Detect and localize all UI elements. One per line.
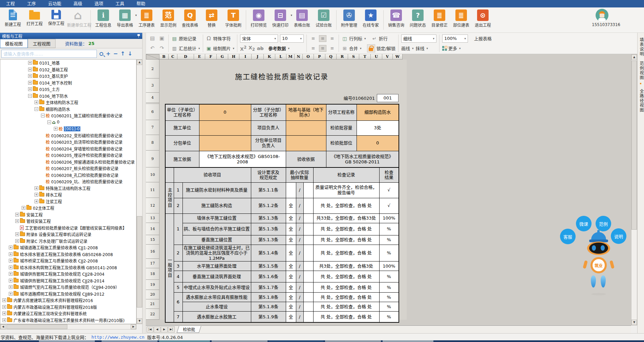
tree-expand-icon[interactable]: + <box>2 312 6 315</box>
column-header-P[interactable]: P <box>314 54 325 60</box>
tree-item[interactable]: 检01060203_后浇带检验批质量验收记录 <box>0 139 136 145</box>
project-info-button[interactable]: ℹ工程信息 <box>92 7 114 28</box>
assistant-robot[interactable]: 筑业 <box>582 230 616 298</box>
prev-sheet-button[interactable]: ◀ <box>154 326 160 333</box>
sidebar-splitter[interactable] <box>143 33 146 333</box>
column-header-R[interactable]: R <box>337 54 348 60</box>
row-header-2[interactable]: 2 <box>146 60 159 78</box>
column-header-B[interactable]: B <box>159 54 169 60</box>
side-tab-范例视图[interactable]: 范例视图 <box>639 61 644 80</box>
exit-project-button[interactable]: ⊙退出工程 <box>472 7 494 28</box>
row-header-17[interactable]: 17 <box>146 259 159 268</box>
tree-expand-icon[interactable]: + <box>2 318 6 322</box>
tree-item[interactable]: +02主体工程 <box>0 205 136 211</box>
tree-expand-icon[interactable]: + <box>9 252 13 256</box>
wrap-button[interactable]: ↵折行 <box>371 35 388 42</box>
merge-button[interactable]: ⊞合并▾ <box>342 45 362 51</box>
open-project-button[interactable]: 打开工程 <box>24 7 45 26</box>
column-header-J[interactable]: J <box>252 54 264 60</box>
tree-item[interactable]: +0102_基础工程 <box>0 66 136 73</box>
tree-item[interactable]: +内蒙古房屋建筑工程技术资料管理规程2016 <box>0 297 136 304</box>
scroll-right-icon[interactable]: ▶ <box>131 324 136 329</box>
ref-data-button[interactable]: 参考数据▾ <box>268 45 289 51</box>
copy-icon[interactable]: ▤ <box>149 35 156 42</box>
menu-item-高级[interactable]: 高级 <box>67 0 88 7</box>
tree-item[interactable]: +给水排水管道工程施工及验收表格 GB50268-2008 <box>0 251 136 258</box>
original-record-button[interactable]: ▤原始记录 <box>171 35 200 43</box>
tab-project-view[interactable]: 工程视图 <box>28 39 56 48</box>
info-cell[interactable] <box>286 135 326 151</box>
undo-icon[interactable]: ↶ <box>149 45 156 52</box>
replace-button[interactable]: ⇄替换 <box>201 7 222 28</box>
row-header-3[interactable]: 3 <box>146 78 159 93</box>
tree-expand-icon[interactable]: + <box>54 127 58 131</box>
tree-item[interactable]: x工艺管线检验批质量验收记录【跟管线安装工程同级表】 <box>0 225 136 231</box>
column-header-S[interactable]: S <box>348 54 359 60</box>
align-top-button[interactable]: ≡ <box>309 35 317 42</box>
zoom-select[interactable]: 100%▾ <box>442 35 468 43</box>
row-header-8[interactable]: 8 <box>146 135 159 151</box>
tree-item[interactable]: +检[001]-0 <box>0 126 136 132</box>
side-tab-填表说明[interactable]: 填表说明 <box>639 38 644 56</box>
last-sheet-button[interactable]: ▶| <box>168 326 175 333</box>
tree-expand-icon[interactable]: + <box>22 206 25 210</box>
info-cell[interactable]: 0 <box>199 104 251 120</box>
info-cell[interactable]: 地基与基础（地下 防水） <box>286 104 326 120</box>
print-preview-button[interactable]: ◉打印预览 <box>248 7 270 28</box>
scroll-left-icon[interactable]: ◀ <box>0 324 6 329</box>
draw-picture-button[interactable]: ▣绘制图片▾ <box>206 44 235 52</box>
side-tab-全路径视图[interactable]: 全路径视图 <box>639 89 644 113</box>
remove-icon[interactable]: − <box>113 51 117 56</box>
tree-expand-icon[interactable]: + <box>9 266 13 269</box>
first-sheet-button[interactable]: |◀ <box>147 326 153 333</box>
align-bottom-button[interactable]: ≡ <box>328 35 336 42</box>
catalog-fix-button[interactable]: ≣目录修正 <box>429 7 450 28</box>
row-header-20[interactable]: 20 <box>146 290 159 299</box>
sheet-tab[interactable]: 检验批 <box>177 326 201 333</box>
strikethrough-button[interactable]: ab <box>257 46 263 51</box>
column-header-I[interactable]: I <box>239 54 252 60</box>
redo-icon[interactable]: ↷ <box>158 45 166 52</box>
tree-item[interactable]: +0103_基坑支护 <box>0 73 136 79</box>
assistant-button-说明[interactable]: 说明 <box>611 228 626 244</box>
assistant-button-范例[interactable]: 范例 <box>596 216 611 231</box>
issue-status-button[interactable]: ?问题状态 <box>407 7 429 28</box>
row-header-12[interactable]: 12 <box>146 198 159 213</box>
row-col-mark-button[interactable]: ◫行列标▾ <box>342 35 366 42</box>
tree-item[interactable]: +给水排水构筑物工程施工及验收表格 GB50141-2008 <box>0 264 136 271</box>
tree-item[interactable]: +0104_地下水控制 <box>0 79 136 86</box>
show-sample-button[interactable]: 范显示范例 <box>157 7 179 28</box>
tab-template-view[interactable]: 模板视图 <box>0 39 28 48</box>
column-header-T[interactable]: T <box>359 54 371 60</box>
column-header-H[interactable]: H <box>228 54 239 60</box>
column-header-G[interactable]: G <box>217 54 228 60</box>
tree-item[interactable]: 检01060206_预留通道接头检验批质量验收记录 <box>0 159 136 165</box>
tree-expand-icon[interactable]: + <box>28 81 32 85</box>
tree-item[interactable]: +城市道路照明工程施工及验收规程 CJJ89-2012 <box>0 291 136 297</box>
column-header-M[interactable]: M <box>286 54 295 60</box>
tree-expand-icon[interactable]: − <box>41 114 45 117</box>
tree-expand-icon[interactable]: − <box>35 107 38 111</box>
tree-expand-icon[interactable]: + <box>2 305 6 309</box>
align-middle-button[interactable]: ≡ <box>319 35 326 42</box>
sheet-scroll-up-icon[interactable]: ▲ <box>631 54 637 60</box>
tree-item[interactable]: +城镇道路工程施工质量验收表格 CJJ1-2008 <box>0 244 136 251</box>
font-name-select[interactable]: 宋体▾ <box>240 35 278 43</box>
scroll-down-icon[interactable]: ▼ <box>137 318 142 324</box>
draw-line-button[interactable]: 画线▾ <box>401 45 414 51</box>
row-header-7[interactable]: 7 <box>146 120 159 135</box>
tree-item[interactable]: +附录B 设备安装工程单机试运转记录 <box>0 231 136 238</box>
tree-item[interactable]: +城镇供热管网工程施工及验收规范 CJJ28-2004 <box>0 271 136 277</box>
tree-item[interactable]: +城市桥梁工程施工与质量验收表 CJJ2-2008 <box>0 257 136 264</box>
menu-item-工序[interactable]: 工序 <box>21 0 42 7</box>
menu-item-工程[interactable]: 工程 <box>0 0 21 7</box>
assistant-button-微课[interactable]: 微课 <box>576 216 592 231</box>
tree-expand-icon[interactable]: + <box>35 100 38 104</box>
column-header-L[interactable]: L <box>275 54 286 60</box>
tree-item[interactable]: +内蒙建设工程施工现场安全资料管理系统 <box>0 310 136 317</box>
info-cell[interactable]: 《地下工程防水技术规范》GB50108-2008 <box>199 151 286 168</box>
tree-expand-icon[interactable]: + <box>15 232 19 236</box>
tree-expand-icon[interactable]: + <box>35 200 38 203</box>
row-header-13[interactable]: 13 <box>146 213 159 223</box>
row-headers[interactable]: 234678910111213141516171819202122 <box>146 60 159 320</box>
